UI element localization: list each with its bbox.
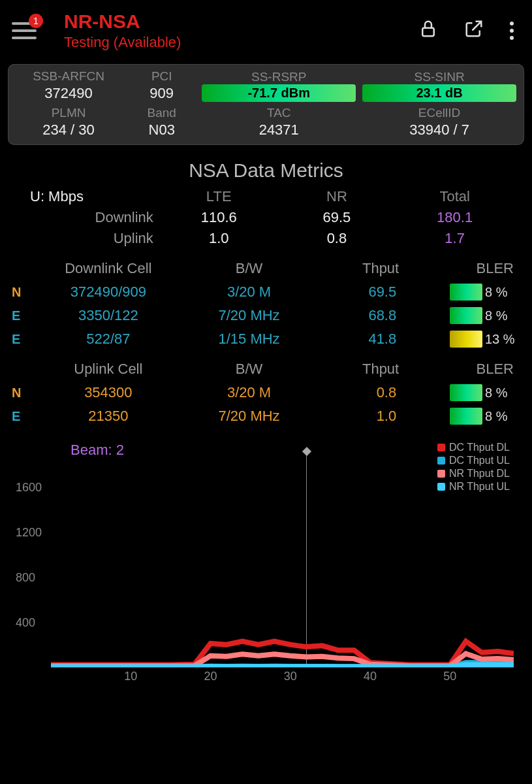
- x-tick: 40: [364, 670, 377, 683]
- rat-tag: E: [12, 332, 30, 347]
- downlink-nr: 69.5: [278, 209, 396, 226]
- ssb-arfcn-value: 372490: [16, 85, 121, 102]
- downlink-row: Downlink 110.6 69.5 180.1: [18, 209, 514, 226]
- downlink-lte: 110.6: [160, 209, 278, 226]
- section-title: NSA Data Metrics: [0, 159, 532, 182]
- top-bar: 1 NR-NSA Testing (Available): [0, 0, 532, 59]
- top-icons: [418, 19, 514, 42]
- band-label: Band: [128, 106, 195, 120]
- rat-tag: N: [12, 285, 30, 300]
- pci-label: PCI: [128, 69, 195, 84]
- y-tick: 1200: [16, 526, 42, 540]
- ecellid-label: ECellID: [362, 106, 516, 120]
- svg-rect-0: [422, 28, 434, 37]
- legend-label: DC Thput DL: [449, 442, 510, 453]
- chart-series-line: [51, 665, 514, 667]
- cell-thput: 69.5: [311, 284, 405, 301]
- x-tick: 30: [284, 670, 297, 683]
- bler-bar: [450, 284, 482, 301]
- cell-bler: 8 %: [405, 384, 520, 401]
- ul-head-bw: B/W: [187, 361, 312, 378]
- more-menu-icon[interactable]: [510, 22, 514, 40]
- nr-col: NR: [278, 188, 396, 205]
- uplink-cell-table: Uplink Cell B/W Thput BLER N3543003/20 M…: [0, 361, 532, 425]
- cell-bler: 8 %: [405, 284, 520, 301]
- band-value: N03: [128, 122, 195, 139]
- total-col: Total: [396, 188, 514, 205]
- ss-rsrp-label: SS-RSRP: [202, 70, 356, 84]
- uplink-label: Uplink: [18, 230, 160, 247]
- dl-table-head: Downlink Cell B/W Thput BLER: [12, 260, 520, 277]
- cell-thput: 68.8: [311, 307, 405, 324]
- rat-tag: N: [12, 385, 30, 400]
- cell-thput: 1.0: [311, 408, 405, 425]
- downlink-cell-table: Downlink Cell B/W Thput BLER N372490/909…: [0, 260, 532, 348]
- unit-label: U: Mbps: [18, 188, 160, 205]
- x-tick: 10: [124, 670, 137, 683]
- rat-tag: E: [12, 409, 30, 424]
- notification-badge: 1: [29, 14, 43, 28]
- data-metrics: U: Mbps LTE NR Total Downlink 110.6 69.5…: [0, 188, 532, 247]
- y-tick: 800: [16, 571, 35, 585]
- x-tick: 20: [204, 670, 217, 683]
- uplink-row: Uplink 1.0 0.8 1.7: [18, 230, 514, 247]
- bler-bar: [450, 307, 482, 324]
- throughput-chart[interactable]: Beam: 2 DC Thput DLDC Thput ULNR Thput D…: [12, 442, 520, 683]
- bler-value: 8 %: [485, 308, 520, 323]
- ss-sinr-label: SS-SINR: [362, 70, 516, 84]
- cell-thput: 41.8: [311, 331, 405, 348]
- card-row-1: SSB-ARFCN 372490 PCI 909 SS-RSRP -71.7 d…: [16, 69, 516, 102]
- dl-head-bler: BLER: [405, 260, 520, 277]
- downlink-label: Downlink: [18, 209, 160, 226]
- uplink-nr: 0.8: [278, 230, 396, 247]
- cell-id: 21350: [30, 408, 187, 425]
- downlink-total: 180.1: [396, 209, 514, 226]
- bler-bar: [450, 408, 482, 425]
- bler-value: 8 %: [485, 409, 520, 424]
- signal-info-card: SSB-ARFCN 372490 PCI 909 SS-RSRP -71.7 d…: [8, 64, 524, 145]
- tac-label: TAC: [202, 106, 356, 120]
- ul-head-thput: Thput: [311, 361, 405, 378]
- ssb-arfcn-label: SSB-ARFCN: [16, 69, 121, 84]
- bler-value: 13 %: [485, 332, 520, 347]
- dl-head-bw: B/W: [187, 260, 312, 277]
- cell-thput: 0.8: [311, 384, 405, 401]
- cell-bler: 8 %: [405, 408, 520, 425]
- app-title: NR-NSA: [64, 10, 418, 33]
- cell-bw: 3/20 M: [187, 284, 312, 301]
- y-tick: 1600: [16, 481, 42, 495]
- ul-head-bler: BLER: [405, 361, 520, 378]
- lte-col: LTE: [160, 188, 278, 205]
- plot-area: [51, 465, 514, 668]
- lock-icon[interactable]: [418, 19, 438, 42]
- bler-bar: [450, 331, 482, 348]
- beam-label: Beam: 2: [70, 442, 124, 459]
- table-row: E3350/1227/20 MHz68.88 %: [12, 307, 520, 324]
- open-external-icon[interactable]: [464, 19, 484, 42]
- uplink-lte: 1.0: [160, 230, 278, 247]
- bler-value: 8 %: [485, 285, 520, 300]
- x-tick: 50: [443, 670, 456, 683]
- uplink-total: 1.7: [396, 230, 514, 247]
- ul-table-head: Uplink Cell B/W Thput BLER: [12, 361, 520, 378]
- menu-button[interactable]: 1: [12, 18, 44, 44]
- tac-value: 24371: [202, 122, 356, 139]
- legend-swatch: [437, 444, 445, 451]
- cell-bw: 7/20 MHz: [187, 408, 312, 425]
- cell-id: 372490/909: [30, 284, 187, 301]
- app-subtitle: Testing (Available): [64, 34, 418, 51]
- dl-head-cell: Downlink Cell: [30, 260, 187, 277]
- plmn-value: 234 / 30: [16, 122, 121, 139]
- card-row-2: PLMN 234 / 30 Band N03 TAC 24371 ECellID…: [16, 106, 516, 139]
- cell-id: 354300: [30, 384, 187, 401]
- rat-tag: E: [12, 308, 30, 323]
- cell-bler: 8 %: [405, 307, 520, 324]
- ss-rsrp-value: -71.7 dBm: [202, 84, 356, 102]
- ss-sinr-value: 23.1 dB: [362, 84, 516, 102]
- cell-bw: 3/20 M: [187, 384, 312, 401]
- ul-head-cell: Uplink Cell: [30, 361, 187, 378]
- dl-head-thput: Thput: [311, 260, 405, 277]
- cell-bw: 1/15 MHz: [187, 331, 312, 348]
- cell-bw: 7/20 MHz: [187, 307, 312, 324]
- cell-bler: 13 %: [405, 331, 520, 348]
